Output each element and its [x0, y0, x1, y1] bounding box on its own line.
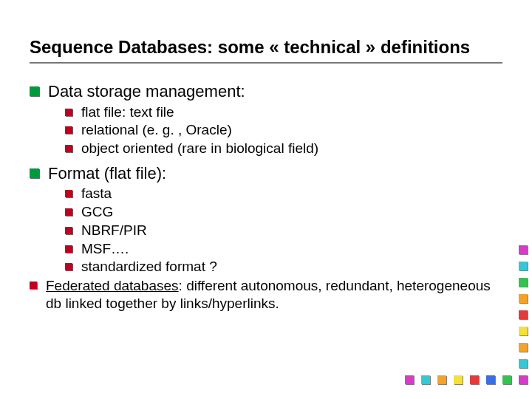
item-text: object oriented (rare in biological fiel…: [81, 140, 502, 157]
deco-square-icon: [519, 343, 528, 352]
slide: Sequence Databases: some « technical » d…: [0, 0, 532, 399]
square-bullet-icon: [65, 263, 72, 270]
item-text: relational (e. g. , Oracle): [81, 121, 502, 139]
slide-title: Sequence Databases: some « technical » d…: [30, 37, 502, 58]
list-item: object oriented (rare in biological fiel…: [30, 140, 502, 157]
list-item: fasta: [30, 185, 502, 202]
deco-square-icon: [519, 278, 528, 287]
deco-square-icon: [405, 375, 414, 384]
deco-square-icon: [454, 375, 463, 384]
item-text: NBRF/PIR: [81, 222, 502, 239]
deco-square-icon: [519, 310, 528, 319]
federated-lead: Federated databases: [46, 278, 179, 293]
deco-square-icon: [519, 359, 528, 368]
square-bullet-icon: [65, 190, 72, 197]
deco-square-icon: [470, 375, 479, 384]
deco-square-icon: [486, 375, 495, 384]
list-item: NBRF/PIR: [30, 222, 502, 239]
deco-square-icon: [519, 327, 528, 335]
bullet-format: Format (flat file):: [30, 163, 502, 184]
square-bullet-icon: [65, 227, 72, 234]
square-bullet-icon: [30, 282, 37, 289]
deco-square-icon: [437, 375, 446, 384]
heading-text: Data storage management:: [48, 81, 502, 102]
square-bullet-icon: [30, 86, 39, 96]
square-bullet-icon: [65, 208, 72, 216]
item-text: fasta: [81, 185, 502, 202]
list-item: flat file: text file: [30, 103, 502, 121]
heading-text: Format (flat file):: [48, 163, 502, 184]
list-item: relational (e. g. , Oracle): [30, 121, 502, 139]
item-text: GCG: [81, 203, 502, 221]
deco-square-icon: [502, 375, 511, 384]
deco-square-icon: [519, 245, 528, 254]
list-item: GCG: [30, 203, 502, 221]
deco-square-icon: [519, 262, 528, 270]
decorative-squares: [409, 245, 528, 393]
square-bullet-icon: [65, 109, 72, 116]
square-bullet-icon: [65, 245, 72, 253]
item-text: flat file: text file: [81, 103, 502, 121]
bullet-data-storage: Data storage management:: [30, 81, 502, 102]
deco-square-icon: [519, 294, 528, 303]
square-bullet-icon: [65, 126, 72, 134]
deco-square-icon: [421, 375, 430, 384]
square-bullet-icon: [30, 168, 39, 178]
square-bullet-icon: [65, 145, 72, 152]
title-underline: [30, 62, 502, 64]
deco-square-icon: [519, 375, 528, 384]
